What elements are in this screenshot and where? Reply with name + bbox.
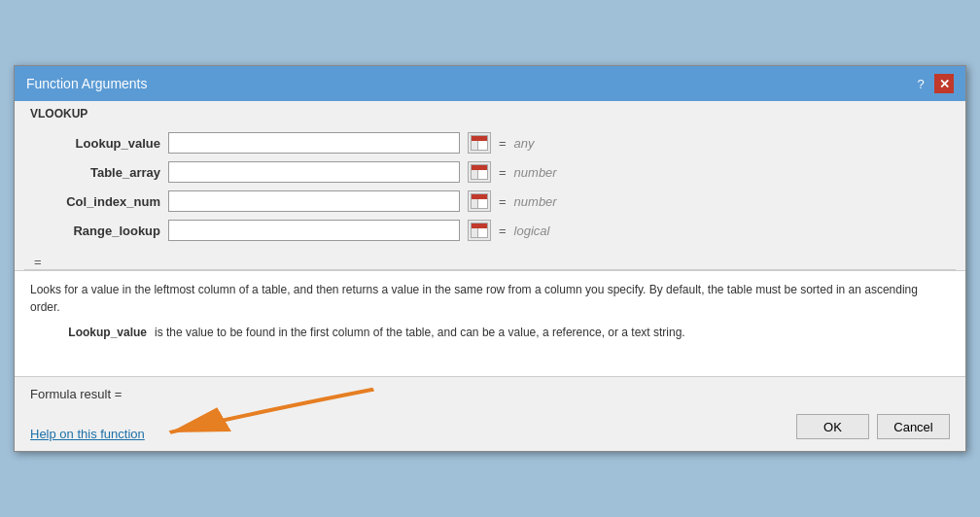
field-row-table-array: Table_array = number: [34, 161, 946, 183]
result-value-2: number: [514, 165, 557, 180]
spreadsheet-icon-1: [471, 135, 488, 151]
title-bar-buttons: ? ✕: [911, 74, 954, 93]
field-row-range-lookup: Range_lookup = logical: [34, 220, 946, 241]
function-name-label: VLOOKUP: [15, 101, 965, 122]
ok-button[interactable]: OK: [796, 414, 869, 439]
title-bar: Function Arguments ? ✕: [15, 66, 965, 101]
formula-equals-row: =: [15, 251, 965, 269]
field-row-col-index: Col_index_num = number: [34, 190, 946, 212]
table-array-input[interactable]: [168, 161, 460, 183]
dialog-body: VLOOKUP Lookup_value = any Table_array: [15, 101, 965, 451]
lookup-value-input[interactable]: [168, 132, 460, 154]
equals-4: =: [499, 224, 507, 238]
table-array-label: Table_array: [34, 165, 160, 180]
cancel-button[interactable]: Cancel: [877, 414, 950, 439]
equals-1: =: [499, 136, 507, 151]
description-area: Looks for a value in the leftmost column…: [15, 270, 965, 377]
lookup-value-icon-btn[interactable]: [468, 132, 491, 154]
result-value-1: any: [514, 136, 535, 151]
spreadsheet-icon-2: [471, 164, 488, 180]
spreadsheet-icon-4: [471, 223, 488, 238]
fields-area: Lookup_value = any Table_array = number: [15, 122, 965, 251]
table-array-icon-btn[interactable]: [468, 161, 491, 183]
range-lookup-label: Range_lookup: [34, 224, 160, 238]
description-param-name: Lookup_value: [30, 324, 147, 341]
bottom-area: Formula result = Help on this function O…: [15, 377, 965, 451]
col-index-label: Col_index_num: [34, 194, 160, 209]
function-arguments-dialog: Function Arguments ? ✕ VLOOKUP Lookup_va…: [14, 65, 966, 452]
range-lookup-icon-btn[interactable]: [468, 220, 491, 241]
range-lookup-input[interactable]: [168, 220, 460, 241]
description-main: Looks for a value in the leftmost column…: [30, 281, 950, 316]
result-value-3: number: [514, 194, 557, 209]
lookup-value-label: Lookup_value: [34, 136, 160, 151]
description-param: Lookup_value is the value to be found in…: [30, 324, 950, 341]
description-param-text: is the value to be found in the first co…: [155, 324, 950, 341]
dialog-title: Function Arguments: [26, 76, 148, 91]
equals-3: =: [499, 194, 507, 209]
equals-2: =: [499, 165, 507, 180]
close-button[interactable]: ✕: [934, 74, 954, 93]
col-index-input[interactable]: [168, 190, 460, 212]
formula-equals: =: [34, 255, 42, 269]
bottom-buttons: OK Cancel: [796, 414, 950, 439]
col-index-icon-btn[interactable]: [468, 190, 491, 212]
result-value-4: logical: [514, 224, 550, 238]
field-row-lookup-value: Lookup_value = any: [34, 132, 946, 154]
help-title-button[interactable]: ?: [911, 74, 930, 93]
spreadsheet-icon-3: [471, 193, 488, 209]
